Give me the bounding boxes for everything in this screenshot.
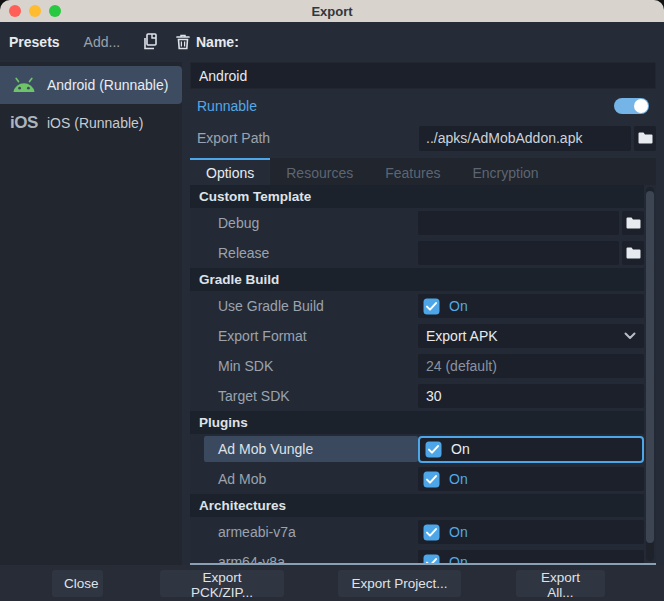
debug-template-field[interactable] [418, 211, 619, 235]
export-path-browse-button[interactable] [634, 126, 656, 151]
target-sdk-field[interactable]: 30 [418, 384, 644, 408]
titlebar: Export [0, 0, 664, 22]
header-strip: Presets Add... [0, 22, 664, 62]
option-row-release: Release [190, 238, 644, 268]
section-architectures: Architectures [190, 494, 644, 517]
window-title: Export [311, 4, 352, 19]
section-gradle-build: Gradle Build [190, 268, 644, 291]
option-label: Release [190, 240, 418, 266]
ios-icon: iOS [9, 113, 39, 133]
close-button[interactable]: Close [52, 570, 103, 597]
use-gradle-build-checkbox[interactable]: On [418, 294, 644, 318]
option-row-ad-mob: Ad Mob On [190, 464, 644, 494]
option-row-arm64-v8a: arm64-v8a On [190, 547, 644, 565]
option-label: Debug [190, 210, 418, 236]
checkbox-checked-icon [423, 298, 440, 315]
min-sdk-field[interactable]: 24 (default) [418, 354, 644, 378]
checkbox-checked-icon [423, 524, 440, 541]
option-row-armeabi-v7a: armeabi-v7a On [190, 517, 644, 547]
name-label: Name: [196, 34, 239, 50]
zoom-window-button[interactable] [49, 5, 61, 17]
scrollbar-thumb[interactable] [646, 191, 654, 543]
runnable-row: Runnable [190, 89, 656, 123]
tab-options[interactable]: Options [190, 158, 270, 185]
option-label: arm64-v8a [190, 549, 418, 565]
export-pck-zip-button[interactable]: Export PCK/ZIP... [160, 570, 284, 597]
section-plugins: Plugins [190, 411, 644, 434]
option-label: Export Format [190, 323, 418, 349]
presets-heading: Presets [9, 34, 60, 50]
preset-item-ios[interactable]: iOS iOS (Runnable) [0, 104, 182, 142]
checkbox-state-label: On [449, 524, 468, 540]
option-row-min-sdk: Min SDK 24 (default) [190, 351, 644, 381]
option-label: Use Gradle Build [190, 293, 418, 319]
option-label: armeabi-v7a [190, 519, 418, 545]
debug-template-browse-button[interactable] [622, 211, 644, 235]
tab-resources[interactable]: Resources [270, 158, 369, 185]
release-template-browse-button[interactable] [622, 241, 644, 265]
duplicate-preset-button[interactable] [142, 33, 159, 51]
option-row-ad-mob-vungle: Ad Mob Vungle On [190, 434, 644, 464]
options-panel: Custom Template Debug Release [190, 185, 656, 565]
checkbox-checked-icon [423, 554, 440, 566]
export-project-button[interactable]: Export Project... [338, 570, 461, 597]
folder-icon [626, 247, 641, 259]
section-custom-template: Custom Template [190, 185, 644, 208]
checkbox-state-label: On [449, 298, 468, 314]
runnable-label: Runnable [197, 98, 257, 114]
option-label: Min SDK [190, 353, 418, 379]
presets-list: Android (Runnable) iOS iOS (Runnable) [0, 62, 182, 565]
delete-preset-button[interactable] [175, 33, 191, 51]
minimize-window-button[interactable] [29, 5, 41, 17]
armeabi-v7a-checkbox[interactable]: On [418, 520, 644, 544]
preset-label: Android (Runnable) [47, 77, 168, 93]
release-template-field[interactable] [418, 241, 619, 265]
footer-bar: Close Export PCK/ZIP... Export Project..… [0, 565, 664, 601]
checkbox-state-label: On [449, 554, 468, 565]
arm64-v8a-checkbox[interactable]: On [418, 550, 644, 565]
checkbox-state-label: On [449, 471, 468, 487]
option-row-export-format: Export Format Export APK [190, 321, 644, 351]
export-path-input[interactable] [419, 126, 631, 151]
folder-icon [626, 217, 641, 229]
option-label: Ad Mob [190, 466, 418, 492]
chevron-down-icon [624, 332, 636, 340]
trash-icon [175, 33, 191, 51]
ad-mob-vungle-checkbox[interactable]: On [418, 436, 644, 463]
checkbox-checked-icon [423, 471, 440, 488]
option-label: Ad Mob Vungle [204, 436, 418, 462]
export-path-row: Export Path [190, 123, 656, 153]
add-preset-button[interactable]: Add... [78, 33, 127, 51]
checkbox-checked-icon [425, 441, 442, 458]
runnable-toggle[interactable] [614, 98, 649, 114]
duplicate-icon [142, 33, 159, 51]
tab-features[interactable]: Features [369, 158, 456, 185]
android-icon [9, 77, 39, 94]
option-row-debug: Debug [190, 208, 644, 238]
options-scrollbar[interactable] [646, 187, 654, 561]
option-label: Target SDK [190, 383, 418, 409]
preset-label: iOS (Runnable) [47, 115, 144, 131]
folder-icon [638, 132, 653, 144]
preset-item-android[interactable]: Android (Runnable) [0, 66, 182, 104]
preset-settings: Runnable Export Path [190, 62, 656, 153]
close-window-button[interactable] [9, 5, 21, 17]
tab-encryption[interactable]: Encryption [456, 158, 554, 185]
export-dialog: Export Presets Add... [0, 0, 664, 601]
export-path-label: Export Path [197, 130, 419, 146]
option-row-target-sdk: Target SDK 30 [190, 381, 644, 411]
ad-mob-checkbox[interactable]: On [418, 467, 644, 491]
export-all-button[interactable]: Export All... [516, 570, 605, 597]
preset-name-input[interactable] [190, 62, 656, 89]
checkbox-state-label: On [451, 441, 470, 457]
option-row-use-gradle-build: Use Gradle Build On [190, 291, 644, 321]
export-format-dropdown[interactable]: Export APK [418, 324, 644, 348]
export-tabs: Options Resources Features Encryption [190, 158, 656, 185]
dropdown-value: Export APK [426, 328, 498, 344]
